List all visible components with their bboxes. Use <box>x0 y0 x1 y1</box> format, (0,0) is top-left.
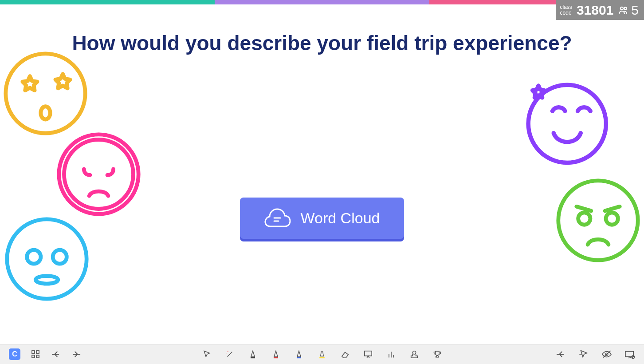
svg-point-0 <box>620 7 623 9</box>
cursor-go-icon[interactable] <box>578 349 589 360</box>
svg-rect-18 <box>32 355 35 358</box>
svg-rect-16 <box>32 351 35 353</box>
svg-rect-23 <box>274 357 278 359</box>
bottom-toolbar: C <box>0 344 644 364</box>
svg-point-9 <box>35 276 58 284</box>
svg-point-5 <box>64 140 134 209</box>
question-title: How would you describe your field trip e… <box>0 31 644 55</box>
arrow-right-icon[interactable] <box>71 349 82 360</box>
svg-point-12 <box>578 213 590 225</box>
class-code-badge[interactable]: class code 31801 5 <box>556 0 644 20</box>
emoji-happy-star <box>521 78 609 167</box>
people-icon <box>618 5 628 16</box>
emoji-neutral <box>4 216 90 302</box>
svg-point-7 <box>27 250 41 264</box>
poll-icon[interactable] <box>386 349 397 360</box>
svg-point-8 <box>53 250 67 264</box>
eye-off-icon[interactable] <box>601 349 612 360</box>
cloud-icon <box>264 208 292 229</box>
svg-rect-19 <box>36 355 39 358</box>
wand-icon[interactable] <box>224 349 235 360</box>
svg-point-1 <box>624 7 627 9</box>
pen-red-icon[interactable] <box>271 349 281 360</box>
emoji-sad <box>55 131 142 218</box>
class-code-value: 31801 <box>577 3 613 18</box>
pen-black-icon[interactable] <box>247 349 258 360</box>
arrow-left-icon[interactable] <box>51 349 61 360</box>
grid-icon[interactable] <box>30 349 41 360</box>
app-logo[interactable]: C <box>9 348 20 360</box>
svg-rect-24 <box>297 357 301 359</box>
svg-point-11 <box>558 181 638 260</box>
svg-point-6 <box>7 219 86 299</box>
top-stripe <box>0 0 644 4</box>
class-code-label: class code <box>560 4 572 16</box>
svg-point-13 <box>606 213 618 225</box>
eraser-icon[interactable] <box>340 349 350 360</box>
svg-rect-25 <box>319 357 325 358</box>
pen-blue-icon[interactable] <box>294 349 304 360</box>
svg-point-27 <box>412 351 416 354</box>
emoji-angry <box>555 177 641 264</box>
trophy-icon[interactable] <box>432 349 443 360</box>
svg-rect-17 <box>36 351 39 353</box>
svg-point-20 <box>228 351 228 352</box>
cursor-icon[interactable] <box>201 349 212 360</box>
emoji-star-eyes <box>2 50 89 137</box>
svg-rect-26 <box>365 351 372 356</box>
word-cloud-label: Word Cloud <box>301 210 380 227</box>
participant-count: 5 <box>618 3 639 18</box>
whiteboard-icon[interactable] <box>363 349 373 360</box>
projector-off-icon[interactable] <box>624 349 635 360</box>
svg-rect-22 <box>251 357 255 359</box>
svg-point-4 <box>59 135 138 214</box>
svg-point-3 <box>41 107 50 119</box>
highlighter-icon[interactable] <box>317 349 327 360</box>
stamp-icon[interactable] <box>409 349 420 360</box>
arrow-left-icon[interactable] <box>555 349 566 360</box>
svg-point-21 <box>227 353 228 354</box>
word-cloud-button[interactable]: Word Cloud <box>240 198 404 239</box>
